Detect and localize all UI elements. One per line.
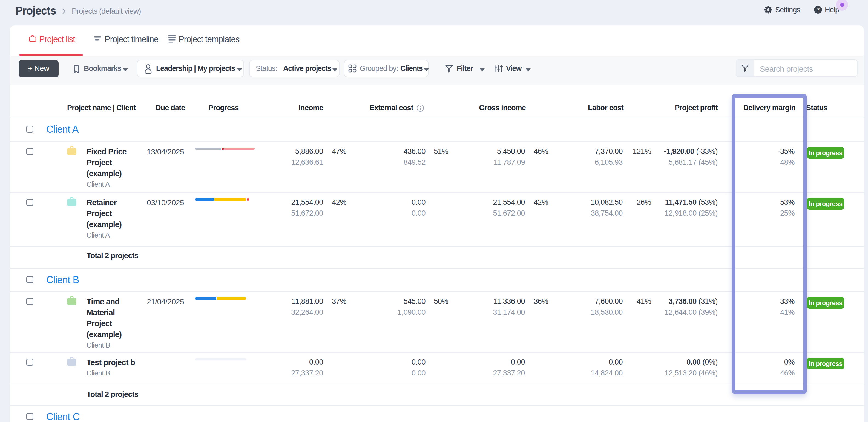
svg-text:?: ?: [816, 7, 819, 12]
